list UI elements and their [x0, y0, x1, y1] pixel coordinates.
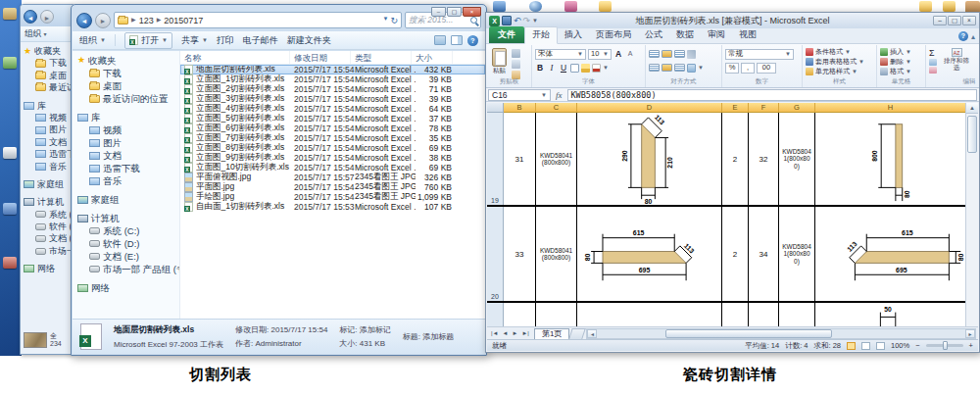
nav-item[interactable]: 系统 (C:) — [24, 209, 73, 221]
sheet-tab[interactable]: 第1页 — [534, 328, 569, 339]
folder-icon[interactable] — [943, 1, 956, 12]
breadcrumb-segment[interactable]: 123 — [139, 16, 154, 25]
grid-cell[interactable]: 32 — [749, 113, 779, 205]
email-button[interactable]: 电子邮件 — [243, 34, 278, 47]
nav-homegroup[interactable]: 家庭组 — [77, 193, 179, 206]
column-header-size[interactable]: 大小 — [412, 51, 453, 64]
dropdown-arrow-icon[interactable]: ▼ — [383, 16, 389, 25]
excel-window[interactable]: 地面层切割砖列表.xls [兼容模式] - Microsoft Excel X … — [485, 12, 980, 353]
nav-item[interactable]: 最近访问的位置 — [77, 92, 179, 105]
file-tags[interactable]: 标记: 添加标记 — [339, 324, 390, 335]
print-button[interactable]: 打印 — [217, 34, 234, 47]
align-right-icon[interactable] — [674, 64, 685, 72]
nav-item[interactable]: 市场一部 产品组 (专用) — [77, 263, 179, 275]
nav-item[interactable]: 文档 (E:) — [24, 232, 73, 244]
insert-cells-button[interactable]: 插入▼ — [880, 47, 922, 57]
cut-icon[interactable] — [512, 49, 520, 58]
font-size-select[interactable]: 10▼ — [588, 49, 612, 60]
normal-view-icon[interactable] — [847, 342, 856, 350]
nav-computer[interactable]: 计算机 — [77, 212, 179, 224]
grid-cell[interactable]: KWD58041(800x800) — [536, 113, 577, 205]
desktop-icon[interactable] — [3, 147, 17, 159]
name-box[interactable]: C16▼ — [488, 89, 551, 101]
desktop-icon[interactable] — [3, 257, 17, 269]
zoom-level[interactable]: 100% — [891, 341, 909, 350]
organize-button[interactable]: 组织▼ — [79, 34, 106, 47]
refresh-icon[interactable]: ↻ — [390, 16, 398, 25]
grid-cell[interactable] — [722, 303, 749, 326]
orientation-icon[interactable] — [687, 50, 696, 59]
column-header[interactable]: H — [815, 103, 965, 113]
grid-cell[interactable] — [536, 303, 577, 326]
grid-cell[interactable]: KWD58041(800x800) — [779, 113, 815, 205]
desktop-icon[interactable] — [3, 57, 17, 69]
find-select-button[interactable]: 查找和选择 — [976, 47, 980, 74]
close-button[interactable]: × — [962, 16, 976, 25]
nav-item[interactable]: 软件 (D:) — [24, 221, 73, 232]
tab-insert[interactable]: 插入 — [558, 27, 589, 43]
maximize-button[interactable]: ▢ — [948, 16, 961, 25]
insert-sheet-tab[interactable] — [569, 328, 587, 339]
number-format-select[interactable]: 常规▼ — [725, 49, 794, 60]
fill-icon[interactable] — [929, 59, 937, 66]
nav-item[interactable]: 视频 — [77, 123, 179, 136]
paste-button[interactable]: 粘贴 — [490, 47, 509, 79]
delete-cells-button[interactable]: 删除▼ — [880, 57, 922, 67]
column-header[interactable]: D — [577, 103, 722, 113]
app-icon[interactable] — [529, 1, 542, 12]
column-header[interactable]: F — [749, 103, 779, 113]
scrollbar-thumb[interactable] — [665, 329, 832, 338]
nav-libraries[interactable]: 库 — [77, 111, 179, 123]
column-header[interactable]: C — [536, 103, 577, 113]
forward-button[interactable]: ► — [40, 10, 54, 24]
last-sheet-icon[interactable]: ►| — [519, 330, 531, 336]
grid-cell[interactable] — [504, 303, 536, 326]
background-explorer-window[interactable]: ◄ ► 组织 ▾ ★收藏夹 下载 桌面 最近访问的位置 库 视频 图片 文档 迅… — [20, 4, 74, 355]
breadcrumb[interactable]: ▶ 123 ▶ 20150717 ▼↻ — [114, 12, 402, 28]
app-icon[interactable] — [493, 1, 506, 12]
minimize-button[interactable]: – — [431, 7, 446, 17]
scroll-right-icon[interactable]: ► — [965, 329, 975, 338]
column-header[interactable]: B — [504, 103, 536, 113]
format-as-table-button[interactable]: 套用表格格式▼ — [806, 57, 873, 67]
fx-icon[interactable]: fx — [556, 90, 563, 100]
chevron-down-icon[interactable]: ▼ — [698, 65, 704, 71]
font-name-select[interactable]: 宋体▼ — [535, 49, 586, 60]
nav-item[interactable]: 音乐 — [77, 174, 179, 187]
nav-item[interactable]: 图片 — [77, 136, 179, 149]
italic-button[interactable]: I — [547, 62, 557, 74]
nav-computer[interactable]: 计算机 — [24, 196, 73, 208]
folder-icon[interactable] — [919, 1, 932, 12]
copy-icon[interactable] — [512, 60, 520, 69]
column-header[interactable]: G — [779, 103, 815, 113]
back-button[interactable]: ◄ — [76, 13, 92, 28]
folder-icon[interactable] — [599, 1, 612, 12]
clear-icon[interactable] — [929, 67, 937, 74]
nav-item[interactable]: 图片 — [24, 123, 73, 135]
scroll-up-icon[interactable]: ▲ — [966, 103, 978, 114]
nav-network[interactable]: 网络 — [77, 281, 179, 294]
grid-cell[interactable]: KWD58041(800x800) — [779, 207, 815, 301]
nav-item[interactable]: 市场一部 产品组 (专用) — [24, 245, 73, 257]
nav-item[interactable]: 文档 — [77, 149, 179, 162]
nav-item[interactable]: 最近访问的位置 — [24, 81, 73, 93]
grid-cell[interactable] — [779, 303, 815, 326]
tab-home[interactable]: 开始 — [524, 26, 558, 44]
nav-item[interactable]: 迅雷下载 — [24, 148, 73, 160]
nav-favorites[interactable]: ★收藏夹 — [77, 54, 179, 67]
grid-cell-drawing[interactable]: 50 — [815, 303, 965, 326]
file-row[interactable]: 自由面_1切割砖列表.xls2015/7/17 15:53Microsoft E… — [180, 202, 485, 212]
change-view-icon[interactable] — [434, 35, 446, 45]
row-header[interactable]: 19 — [487, 113, 504, 205]
align-left-icon[interactable] — [649, 64, 660, 72]
decimal-button[interactable]: 00 — [757, 63, 776, 74]
nav-item[interactable]: 系统 (C:) — [77, 224, 179, 237]
app-icon[interactable] — [564, 1, 577, 12]
file-title[interactable]: 标题: 添加标题 — [403, 331, 454, 342]
align-middle-icon[interactable] — [662, 50, 672, 58]
select-all-corner[interactable] — [487, 103, 504, 113]
column-header-type[interactable]: 类型 — [351, 51, 412, 64]
row-header[interactable] — [487, 303, 504, 326]
nav-item[interactable]: 下载 — [24, 57, 73, 69]
prev-sheet-icon[interactable]: ◄ — [501, 330, 511, 336]
